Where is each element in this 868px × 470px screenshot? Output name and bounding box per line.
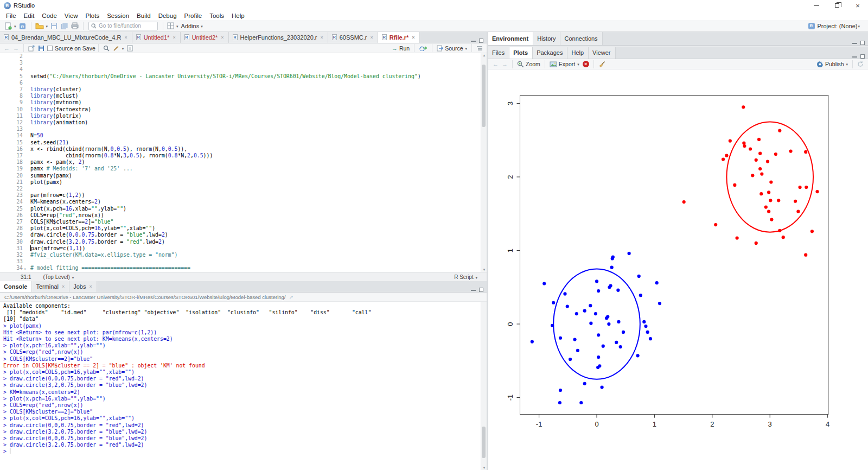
source-tab-untitled1-[interactable]: RUntitled1*× xyxy=(132,32,181,43)
popout-button[interactable] xyxy=(27,44,36,53)
console-scrollbar-thumb[interactable] xyxy=(482,427,486,458)
find-replace-button[interactable] xyxy=(101,44,111,53)
document-outline-button[interactable] xyxy=(475,44,484,53)
addins-caret[interactable]: ▾ xyxy=(201,24,203,29)
new-file-caret[interactable]: ▾ xyxy=(14,24,16,29)
file-type-selector[interactable]: R Script ▾ xyxy=(454,274,479,280)
environment-tab-connections[interactable]: Connections xyxy=(560,32,602,45)
menu-build[interactable]: Build xyxy=(133,12,155,20)
source-tab-untitled2-[interactable]: RUntitled2*× xyxy=(181,32,229,43)
close-tab-icon[interactable]: × xyxy=(62,284,65,289)
menu-edit[interactable]: Edit xyxy=(20,12,39,20)
compile-report-button[interactable] xyxy=(125,44,135,53)
goto-directory-icon[interactable]: ↗ xyxy=(289,294,293,300)
refresh-plots-button[interactable] xyxy=(856,60,865,68)
minimize-pane-icon[interactable] xyxy=(852,56,857,58)
maximize-pane-icon[interactable] xyxy=(479,39,483,43)
scatter-plot[interactable]: -101234-10123 xyxy=(488,69,868,470)
minimize-button[interactable] xyxy=(806,0,827,11)
menu-profile[interactable]: Profile xyxy=(181,12,206,20)
export-caret[interactable]: ▾ xyxy=(577,62,579,67)
goto-file-input[interactable]: Go to file/function xyxy=(88,22,158,30)
menu-help[interactable]: Help xyxy=(228,12,248,20)
publish-caret[interactable]: ▾ xyxy=(846,62,848,67)
save-button[interactable] xyxy=(49,21,59,31)
restore-icon xyxy=(835,3,839,8)
minimize-pane-icon[interactable] xyxy=(471,289,476,291)
close-tab-icon[interactable]: × xyxy=(371,35,373,40)
new-file-button[interactable] xyxy=(3,21,13,31)
addins-button[interactable]: Addins xyxy=(181,23,200,29)
close-tab-icon[interactable]: × xyxy=(320,35,323,40)
source-button[interactable]: Source xyxy=(435,44,464,53)
rerun-button[interactable] xyxy=(417,44,429,53)
source-tab-rfile-r-[interactable]: RRfile.r*× xyxy=(378,32,420,43)
print-button[interactable] xyxy=(70,21,80,31)
scope-selector[interactable]: (Top Level) ▾ xyxy=(43,274,75,280)
close-tab-icon[interactable]: × xyxy=(90,284,92,289)
files-tab-plots[interactable]: Plots xyxy=(509,47,533,59)
close-button[interactable]: × xyxy=(847,0,868,11)
save-all-button[interactable] xyxy=(59,21,69,31)
plot-back-button[interactable]: ← xyxy=(491,60,500,68)
back-icon: ← xyxy=(4,45,10,52)
open-file-caret[interactable]: ▾ xyxy=(46,24,48,29)
close-tab-icon[interactable]: × xyxy=(124,35,127,40)
data-point-kmeans-cluster-blue xyxy=(575,312,578,315)
open-file-button[interactable] xyxy=(34,21,45,31)
files-tab-files[interactable]: Files xyxy=(488,47,509,59)
source-caret[interactable]: ▾ xyxy=(465,47,467,51)
source-tab-helperfunctions-23032020-r[interactable]: RHelperFunctions_23032020.r× xyxy=(229,32,328,43)
files-tab-help[interactable]: Help xyxy=(567,47,589,59)
y-tick-label: 1 xyxy=(507,249,515,252)
console-tab-console[interactable]: Console xyxy=(0,281,32,292)
save-source-button[interactable] xyxy=(36,44,46,53)
source-tab-04-brendan-mbc-lu-mixturecode-4-r[interactable]: R04_Brendan_MBC_LU_MixtureCode_4.R× xyxy=(0,32,132,43)
environment-tab-environment[interactable]: Environment xyxy=(488,32,533,45)
run-button[interactable]: → Run xyxy=(390,44,411,53)
maximize-pane-icon[interactable] xyxy=(860,41,865,45)
source-tab-60ssmc-r[interactable]: R60SSMC.r× xyxy=(328,32,378,43)
nav-back-button[interactable]: ← xyxy=(2,44,11,53)
environment-tab-history[interactable]: History xyxy=(533,32,560,45)
plot-export-button[interactable]: Export xyxy=(548,60,577,68)
minimize-pane-icon[interactable] xyxy=(471,40,476,42)
console-tab-jobs[interactable]: Jobs× xyxy=(69,281,97,292)
panes-layout-caret[interactable]: ▾ xyxy=(176,24,178,29)
code-line-11: 11library(plotrix) xyxy=(0,113,477,119)
console-tab-terminal[interactable]: Terminal× xyxy=(32,281,69,292)
panes-layout-button[interactable] xyxy=(166,21,175,31)
menu-view[interactable]: View xyxy=(61,12,82,20)
plot-forward-button[interactable]: → xyxy=(500,60,509,68)
maximize-pane-icon[interactable] xyxy=(860,54,865,59)
maximize-pane-icon[interactable] xyxy=(479,288,483,292)
source-on-save-checkbox[interactable] xyxy=(47,46,53,51)
publish-button[interactable]: Publish xyxy=(815,60,845,68)
clear-plots-button[interactable] xyxy=(597,60,607,68)
menu-debug[interactable]: Debug xyxy=(155,12,181,20)
plot-zoom-button[interactable]: Zoom xyxy=(515,60,542,68)
code-tools-button[interactable] xyxy=(111,44,122,53)
menu-session[interactable]: Session xyxy=(103,12,133,20)
menu-code[interactable]: Code xyxy=(38,12,61,20)
fold-arrow-icon[interactable]: ▾ xyxy=(24,266,26,272)
files-tab-viewer[interactable]: Viewer xyxy=(589,47,615,59)
project-selector[interactable]: R Project: (None) ▾ xyxy=(808,23,865,29)
nav-forward-button[interactable]: → xyxy=(11,44,21,53)
menu-file[interactable]: File xyxy=(2,12,20,20)
code-editor[interactable]: 2345setwd("C:/Users/thorburh/OneDrive - … xyxy=(0,53,481,272)
console-output[interactable]: Available components: [1] "medoids" "id.… xyxy=(0,302,481,470)
close-tab-icon[interactable]: × xyxy=(412,35,414,40)
menu-plots[interactable]: Plots xyxy=(82,12,104,20)
restore-button[interactable] xyxy=(827,0,847,11)
data-point-kmeans-cluster-red xyxy=(789,149,792,153)
minimize-pane-icon[interactable] xyxy=(852,42,857,44)
new-project-button[interactable]: R xyxy=(18,21,28,31)
close-tab-icon[interactable]: × xyxy=(221,35,224,40)
remove-plot-button[interactable]: × xyxy=(581,60,591,68)
close-tab-icon[interactable]: × xyxy=(173,35,175,40)
editor-scrollbar-thumb[interactable] xyxy=(482,65,486,127)
code-tools-caret[interactable]: ▾ xyxy=(122,47,124,51)
menu-tools[interactable]: Tools xyxy=(206,12,228,20)
files-tab-packages[interactable]: Packages xyxy=(533,47,567,59)
